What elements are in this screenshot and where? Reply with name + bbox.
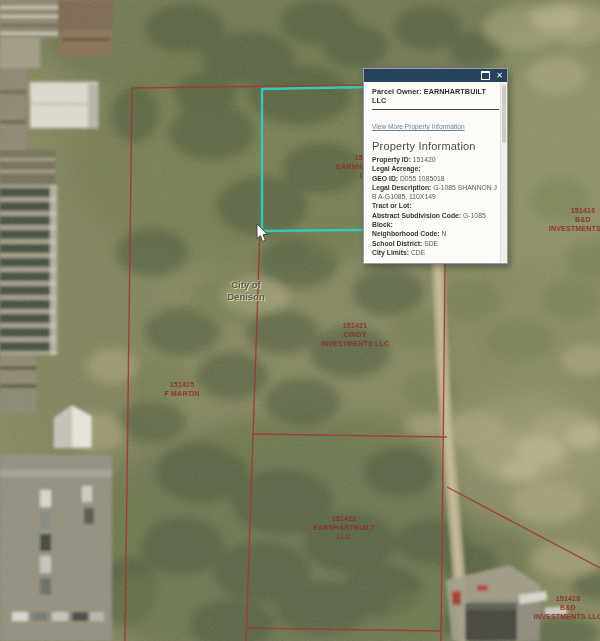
grain-overlay — [0, 0, 600, 641]
property-fields: Property ID: 151420 Legal Acreage: GEO I… — [372, 155, 499, 257]
popup-body: Parcel Owner: EARNHARTBUILT LLC View Mor… — [364, 82, 507, 264]
field-city-limits: City Limits: CDE — [372, 248, 499, 257]
field-abstract-subdivision-code: Abstract Subdivision Code: G-1085 — [372, 211, 499, 220]
view-more-property-info-link[interactable]: View More Property Information — [372, 123, 465, 130]
maximize-icon[interactable] — [481, 71, 490, 80]
city-boundary-label: City of Denison — [209, 279, 283, 303]
parcel-owner-line: Parcel Owner: EARNHARTBUILT LLC — [372, 87, 499, 105]
popup-titlebar: ✕ — [364, 69, 507, 82]
field-neighborhood-code: Neighborhood Code: N — [372, 229, 499, 238]
field-legal-acreage: Legal Acreage: — [372, 164, 499, 173]
field-tract-or-lot: Tract or Lot: — [372, 201, 499, 210]
aerial-map[interactable] — [0, 0, 600, 641]
close-icon[interactable]: ✕ — [496, 72, 503, 80]
gis-map-viewer: 151420 EARNHARTBUILT LLC 151421 CINDY IN… — [0, 0, 600, 641]
field-geo-id: GEO ID: D055 1085018 — [372, 174, 499, 183]
parcel-info-popup: ✕ Parcel Owner: EARNHARTBUILT LLC View M… — [363, 68, 508, 264]
property-information-title: Property Information — [372, 140, 499, 152]
field-block: Block: — [372, 220, 499, 229]
popup-scrollbar[interactable] — [500, 82, 507, 263]
field-property-id: Property ID: 151420 — [372, 155, 499, 164]
divider — [372, 109, 499, 110]
field-school-district: School District: SDE — [372, 239, 499, 248]
scrollbar-thumb[interactable] — [502, 85, 506, 143]
field-legal-description: Legal Description: G-1085 SHANNON J B A-… — [372, 183, 499, 202]
